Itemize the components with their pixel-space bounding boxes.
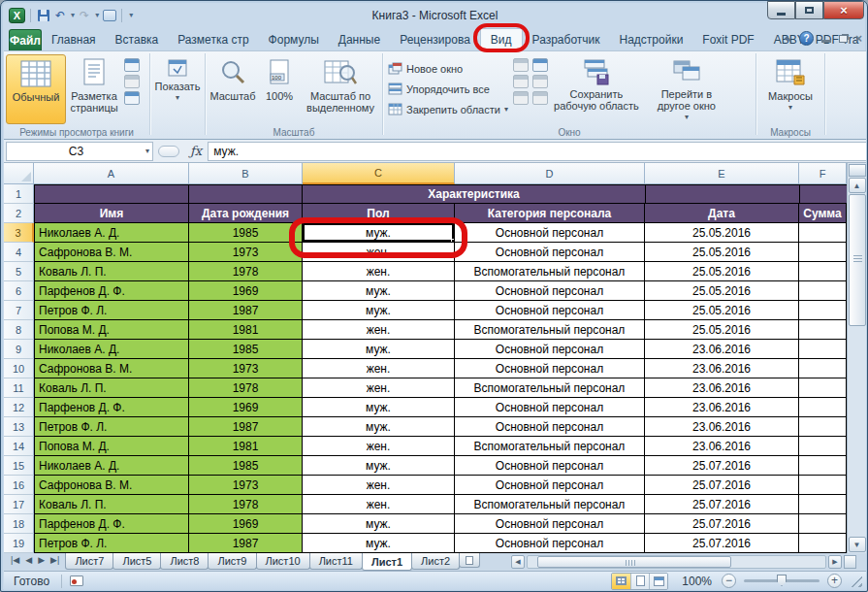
- cell-b9[interactable]: 1985: [189, 340, 303, 359]
- sheet-tab-лист5[interactable]: Лист5: [113, 553, 161, 570]
- zoom-to-selection-button[interactable]: Масштаб по выделенному: [301, 54, 380, 124]
- cell-c7[interactable]: муж.: [303, 301, 455, 320]
- tab-данные[interactable]: Данные: [329, 29, 390, 50]
- new-window-button[interactable]: Новое окно: [385, 58, 511, 79]
- cell-c1-d1-merged[interactable]: Характеристика: [303, 184, 646, 204]
- cell-a3[interactable]: Николаев А. Д.: [34, 223, 189, 243]
- cell-f6[interactable]: [799, 281, 847, 301]
- row-header-2[interactable]: 2: [4, 204, 34, 223]
- cell-d5[interactable]: Вспомогательный персонал: [455, 262, 645, 281]
- last-sheet-icon[interactable]: ▶|: [50, 555, 59, 565]
- cell-a4[interactable]: Сафронова В. М.: [34, 243, 189, 262]
- synchronous-scrolling-icon[interactable]: [532, 75, 548, 88]
- horizontal-scrollbar[interactable]: ◀ ▶: [511, 554, 856, 569]
- cell-a11[interactable]: Коваль Л. П.: [34, 378, 189, 398]
- redo-icon[interactable]: ↷: [79, 8, 90, 23]
- cell-f11[interactable]: [799, 378, 847, 398]
- next-sheet-icon[interactable]: ▶: [38, 555, 45, 565]
- cell-d2[interactable]: Категория персонала: [455, 204, 645, 223]
- cell-b10[interactable]: 1973: [189, 359, 303, 378]
- row-header-1[interactable]: 1: [4, 184, 34, 204]
- cell-f10[interactable]: [799, 359, 847, 378]
- collapse-ribbon-icon[interactable]: [785, 36, 792, 44]
- cell-f18[interactable]: [799, 514, 847, 534]
- cell-c10[interactable]: жен.: [303, 359, 455, 378]
- insert-sheet-button[interactable]: [459, 553, 480, 568]
- sheet-tab-лист7[interactable]: Лист7: [65, 553, 113, 570]
- tab-надстройки[interactable]: Надстройки: [610, 29, 693, 50]
- cell-e18[interactable]: 25.07.2016: [645, 514, 799, 534]
- column-header-e[interactable]: E: [645, 163, 799, 184]
- cell-a18[interactable]: Парфенов Д. Ф.: [34, 514, 189, 534]
- workbook-minimize-icon[interactable]: [821, 40, 831, 43]
- row-header-19[interactable]: 19: [4, 534, 34, 553]
- row-header-17[interactable]: 17: [4, 495, 34, 514]
- minimize-button[interactable]: [767, 1, 795, 19]
- cell-f12[interactable]: [799, 398, 847, 417]
- workbook-restore-icon[interactable]: [839, 35, 848, 43]
- arrange-all-button[interactable]: Упорядочить все: [385, 79, 511, 99]
- freeze-panes-button[interactable]: Закрепить области ▾: [385, 99, 511, 119]
- row-header-3[interactable]: 3: [4, 223, 34, 243]
- cell-d17[interactable]: Вспомогательный персонал: [455, 495, 645, 514]
- cell-b19[interactable]: 1987: [189, 534, 303, 553]
- tab-рецензирова[interactable]: Рецензирова: [390, 29, 480, 50]
- view-side-by-side-icon[interactable]: [532, 58, 548, 72]
- cell-f8[interactable]: [799, 320, 847, 340]
- row-header-13[interactable]: 13: [4, 417, 34, 437]
- tab-foxit-pdf[interactable]: Foxit PDF: [692, 29, 763, 50]
- scroll-left-icon[interactable]: ◀: [511, 555, 525, 569]
- redo-dropdown-icon[interactable]: ▾: [93, 8, 100, 23]
- insert-function-icon[interactable]: ƒx: [184, 144, 208, 158]
- cell-f1[interactable]: [800, 184, 848, 204]
- row-header-12[interactable]: 12: [4, 398, 34, 417]
- cell-f5[interactable]: [799, 262, 847, 281]
- scroll-down-icon[interactable]: ▼: [849, 537, 866, 552]
- restore-button[interactable]: [795, 1, 823, 19]
- row-header-4[interactable]: 4: [4, 243, 34, 262]
- cell-e11[interactable]: 23.06.2016: [645, 378, 799, 398]
- cell-f2[interactable]: Сумма: [799, 204, 847, 223]
- cell-d3[interactable]: Основной персонал: [455, 223, 645, 243]
- reset-window-position-icon[interactable]: [532, 91, 548, 105]
- cell-e9[interactable]: 23.06.2016: [645, 340, 799, 359]
- cell-b1[interactable]: [189, 184, 303, 204]
- show-button[interactable]: Показать ▾: [152, 54, 203, 124]
- cell-e3[interactable]: 25.05.2016: [645, 223, 799, 243]
- row-header-14[interactable]: 14: [4, 437, 34, 456]
- cell-a1[interactable]: [34, 184, 189, 204]
- cell-d9[interactable]: Основной персонал: [455, 340, 645, 359]
- column-header-f[interactable]: F: [799, 163, 847, 184]
- cell-e8[interactable]: 25.05.2016: [645, 320, 799, 340]
- cell-b11[interactable]: 1978: [189, 378, 303, 398]
- cell-b15[interactable]: 1985: [189, 456, 303, 476]
- column-header-c[interactable]: C: [303, 163, 455, 184]
- unhide-window-icon[interactable]: [513, 91, 529, 105]
- cell-e2[interactable]: Дата: [645, 204, 799, 223]
- tab-split-handle[interactable]: [844, 555, 856, 569]
- cell-b2[interactable]: Дата рождения: [189, 204, 303, 223]
- row-header-10[interactable]: 10: [4, 359, 34, 378]
- cell-a10[interactable]: Сафронова В. М.: [34, 359, 189, 378]
- column-header-b[interactable]: B: [189, 163, 303, 184]
- cell-c15[interactable]: муж.: [303, 456, 455, 476]
- zoom-in-button[interactable]: +: [827, 574, 842, 588]
- macro-record-icon[interactable]: [70, 576, 83, 586]
- tab-формулы[interactable]: Формулы: [259, 29, 329, 50]
- vertical-scrollbar[interactable]: ▲ ▼: [847, 163, 866, 553]
- horizontal-scroll-track[interactable]: [527, 555, 826, 569]
- cell-a16[interactable]: Сафронова В. М.: [34, 476, 189, 495]
- cell-b5[interactable]: 1978: [189, 262, 303, 281]
- help-icon[interactable]: ?: [799, 31, 814, 46]
- zoom-slider-thumb[interactable]: [777, 575, 787, 586]
- column-header-a[interactable]: A: [34, 163, 189, 184]
- split-icon[interactable]: [513, 58, 529, 72]
- tab-вставка[interactable]: Вставка: [106, 29, 169, 50]
- cell-b7[interactable]: 1987: [189, 301, 303, 320]
- cell-c12[interactable]: муж.: [303, 398, 455, 417]
- cell-a5[interactable]: Коваль Л. П.: [34, 262, 189, 281]
- resize-grip[interactable]: [850, 575, 862, 587]
- cell-f7[interactable]: [799, 301, 847, 320]
- tab-file[interactable]: Файл: [9, 29, 42, 50]
- switch-windows-button[interactable]: Перейти в другое окно ▾: [643, 54, 730, 124]
